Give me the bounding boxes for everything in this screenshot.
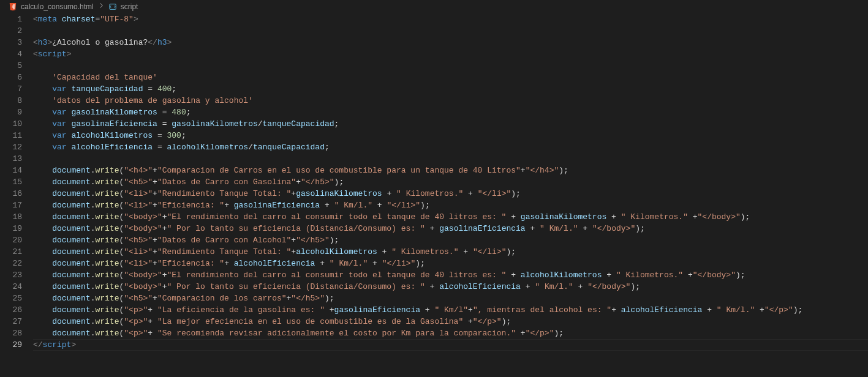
line-number[interactable]: 19 [0, 223, 22, 234]
code-line[interactable]: <script> [33, 48, 868, 60]
line-number[interactable]: 2 [0, 25, 22, 37]
code-line[interactable]: var gasolinaKilometros = 480; [33, 106, 868, 118]
code-line[interactable] [33, 60, 868, 72]
line-number[interactable]: 3 [0, 37, 22, 48]
line-number[interactable]: 8 [0, 95, 22, 106]
code-line[interactable]: <h3>¿Alcohol o gasolina?</h3> [33, 37, 868, 48]
code-line[interactable]: 'datos del problema de gasolina y alcoho… [33, 95, 868, 106]
line-number[interactable]: 21 [0, 246, 22, 258]
code-line[interactable]: document.write("<li>"+"Eficiencia: "+ ga… [33, 200, 868, 211]
line-number[interactable]: 14 [0, 165, 22, 176]
line-number[interactable]: 7 [0, 83, 22, 95]
code-line[interactable]: document.write("<p>"+ "La mejor efecienc… [33, 316, 868, 327]
code-line[interactable]: var tanqueCapacidad = 400; [33, 83, 868, 95]
chevron-right-icon [97, 2, 105, 11]
line-number[interactable]: 11 [0, 130, 22, 141]
code-line[interactable]: </script> [33, 339, 868, 351]
code-line[interactable]: var alcoholKilometros = 300; [33, 130, 868, 141]
svg-text:5: 5 [12, 4, 14, 8]
code-line[interactable]: document.write("<body>"+"El rendimiento … [33, 269, 868, 281]
code-line[interactable]: <meta charset="UTF-8"> [33, 13, 868, 25]
code-line[interactable]: document.write("<h5>"+"Comparacion de lo… [33, 293, 868, 304]
breadcrumb[interactable]: 5 calculo_consumo.html script [0, 0, 868, 13]
code-line[interactable]: document.write("<h4>"+"Comparacion de Ca… [33, 165, 868, 176]
line-number[interactable]: 29 [0, 339, 22, 351]
line-number[interactable]: 10 [0, 118, 22, 130]
line-number[interactable]: 18 [0, 211, 22, 223]
code-line[interactable]: document.write("<li>"+"Eficiencia: "+ al… [33, 258, 868, 269]
line-number[interactable]: 26 [0, 304, 22, 316]
code-line[interactable]: document.write("<body>"+" Por lo tanto s… [33, 281, 868, 293]
line-number[interactable]: 17 [0, 200, 22, 211]
code-area[interactable]: <meta charset="UTF-8"><h3>¿Alcohol o gas… [33, 13, 868, 377]
code-line[interactable]: var alcoholEficiencia = alcoholKilometro… [33, 141, 868, 153]
code-line[interactable]: document.write("<li>"+"Rendimiento Tanqu… [33, 188, 868, 200]
line-number[interactable]: 25 [0, 293, 22, 304]
code-line[interactable] [33, 153, 868, 165]
code-line[interactable]: document.write("<h5>"+"Datos de Carro co… [33, 234, 868, 246]
line-number[interactable]: 23 [0, 269, 22, 281]
line-number[interactable]: 5 [0, 60, 22, 72]
code-line[interactable]: var gasolinaEficiencia = gasolinaKilomet… [33, 118, 868, 130]
line-number[interactable]: 28 [0, 327, 22, 339]
code-line[interactable]: document.write("<h5>"+"Datos de Carro co… [33, 176, 868, 188]
line-number[interactable]: 6 [0, 72, 22, 83]
line-number[interactable]: 4 [0, 48, 22, 60]
code-line[interactable]: document.write("<p>"+ "La eficiencia de … [33, 304, 868, 316]
code-line[interactable]: document.write("<body>"+"El rendimiento … [33, 211, 868, 223]
code-line[interactable]: document.write("<p>"+ "Se recomienda rev… [33, 327, 868, 339]
breadcrumb-file[interactable]: calculo_consumo.html [21, 2, 94, 11]
code-editor[interactable]: 1234567891011121314151617181920212223242… [0, 13, 868, 377]
script-symbol-icon [108, 2, 117, 11]
line-number[interactable]: 16 [0, 188, 22, 200]
html-file-icon: 5 [9, 2, 17, 11]
code-line[interactable] [33, 25, 868, 37]
line-number[interactable]: 24 [0, 281, 22, 293]
line-number[interactable]: 12 [0, 141, 22, 153]
breadcrumb-symbol[interactable]: script [121, 2, 138, 11]
line-number[interactable]: 1 [0, 13, 22, 25]
line-number[interactable]: 22 [0, 258, 22, 269]
line-number[interactable]: 20 [0, 234, 22, 246]
line-number-gutter[interactable]: 1234567891011121314151617181920212223242… [0, 13, 33, 377]
line-number[interactable]: 15 [0, 176, 22, 188]
code-line[interactable]: 'Capacidad del tanque' [33, 72, 868, 83]
line-number[interactable]: 13 [0, 153, 22, 165]
line-number[interactable]: 9 [0, 106, 22, 118]
line-number[interactable]: 27 [0, 316, 22, 327]
code-line[interactable]: document.write("<li>"+"Rendimiento Tanqu… [33, 246, 868, 258]
code-line[interactable]: document.write("<body>"+" Por lo tanto s… [33, 223, 868, 234]
